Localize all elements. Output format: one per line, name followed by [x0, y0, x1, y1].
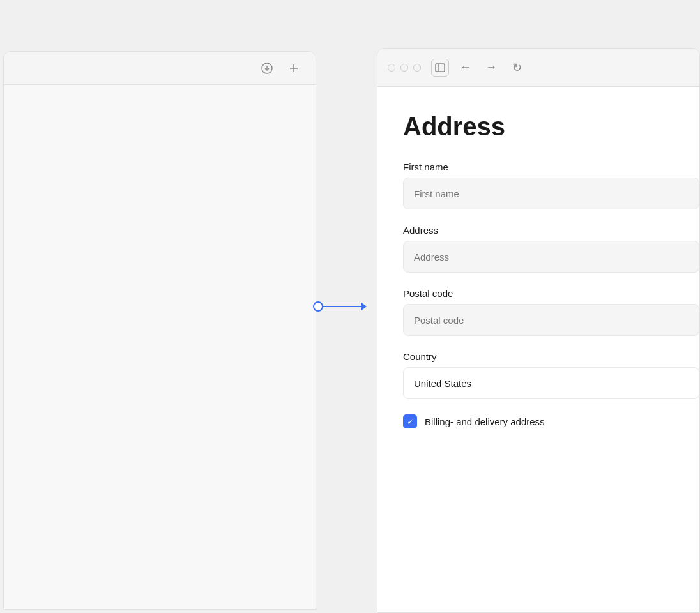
- form-group-firstname: First name: [403, 162, 699, 209]
- forward-button[interactable]: →: [482, 59, 500, 77]
- postalcode-label: Postal code: [403, 288, 699, 299]
- browser-traffic-lights: [388, 64, 421, 72]
- browser-dot-1: [388, 64, 395, 72]
- left-panel-body: [4, 85, 316, 609]
- sidebar-toggle-button[interactable]: [431, 59, 449, 77]
- browser-content: Address First name Address Postal code C…: [377, 87, 699, 612]
- browser-dot-3: [413, 64, 421, 72]
- browser-toolbar: ← → ↻: [377, 49, 699, 87]
- download-icon[interactable]: [258, 59, 276, 77]
- form-group-country: Country: [403, 351, 699, 399]
- browser-panel: ← → ↻ Address First name Address Postal …: [377, 48, 700, 613]
- left-panel-header: [4, 52, 316, 85]
- connection-arrowhead: [361, 303, 367, 310]
- postalcode-input[interactable]: [403, 304, 699, 336]
- billing-delivery-row: ✓ Billing- and delivery address: [403, 414, 699, 428]
- billing-checkbox[interactable]: ✓: [403, 414, 417, 428]
- connection-line: [323, 306, 361, 307]
- plus-icon[interactable]: [285, 59, 303, 77]
- browser-dot-2: [400, 64, 408, 72]
- connection-circle: [313, 301, 323, 312]
- address-label: Address: [403, 225, 699, 236]
- country-input[interactable]: [403, 367, 699, 399]
- svg-rect-4: [436, 64, 445, 72]
- firstname-label: First name: [403, 162, 699, 172]
- form-title: Address: [403, 112, 699, 141]
- firstname-input[interactable]: [403, 178, 699, 209]
- form-group-postalcode: Postal code: [403, 288, 699, 336]
- left-panel: [3, 51, 316, 610]
- form-group-address: Address: [403, 225, 699, 273]
- back-button[interactable]: ←: [457, 59, 475, 77]
- address-input[interactable]: [403, 241, 699, 273]
- billing-label: Billing- and delivery address: [425, 416, 545, 427]
- refresh-button[interactable]: ↻: [508, 59, 526, 77]
- connection-arrow: [313, 301, 367, 312]
- country-label: Country: [403, 351, 699, 362]
- check-icon: ✓: [407, 417, 414, 427]
